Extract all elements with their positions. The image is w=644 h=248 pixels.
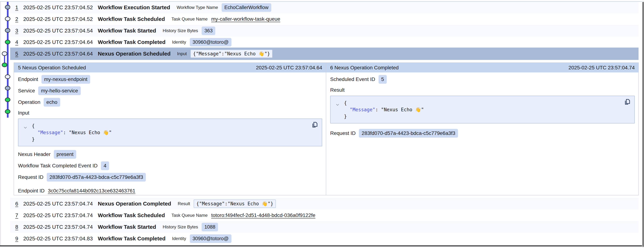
event-name: Workflow Task Started xyxy=(98,224,156,230)
collapse-caret-icon[interactable] xyxy=(24,124,27,130)
event-row-9[interactable]: 9 2025-02-25 UTC 23:57:04.83 Workflow Ta… xyxy=(10,233,638,244)
field-value-badge: my-hello-service xyxy=(38,86,81,95)
event-row-2[interactable]: 2 2025-02-25 UTC 23:57:04.52 Workflow Ta… xyxy=(10,13,638,25)
event-id-link[interactable]: 5 xyxy=(15,51,22,57)
field-label: Request ID xyxy=(18,174,44,180)
json-line: "Message": "Nexus Echo 👋" xyxy=(18,129,322,136)
field-endpoint-id: Endpoint ID 3c0c75ccfa8144b092c13ce63246… xyxy=(14,185,326,197)
event-id-link[interactable]: 3 xyxy=(15,28,22,34)
timeline-event-dot xyxy=(5,5,10,9)
json-value: "Nexus Echo 👋" xyxy=(69,130,112,135)
event-row-6[interactable]: 6 2025-02-25 UTC 23:57:04.74 Nexus Opera… xyxy=(10,198,638,210)
event-id-link[interactable]: 7 xyxy=(15,213,22,219)
panel-body: Scheduled Event ID 5 Result { "Message":… xyxy=(326,72,638,139)
field-request-id: Request ID 283fd070-d57a-4423-bdca-c5c77… xyxy=(326,127,638,139)
task-queue-link[interactable]: totoro:f494fecf-2d51-4d48-bdcd-036a0f912… xyxy=(211,213,316,218)
endpoint-id-link[interactable]: 3c0c75ccfa8144b092c13ce632463761 xyxy=(48,188,135,194)
event-row-8[interactable]: 8 2025-02-25 UTC 23:57:04.74 Workflow Ta… xyxy=(10,221,638,233)
event-time: 2025-02-25 UTC 23:57:04.64 xyxy=(23,51,96,57)
event-time: 2025-02-25 UTC 23:57:04.54 xyxy=(23,28,96,34)
field-scheduled-event-id: Scheduled Event ID 5 xyxy=(326,73,638,85)
event-name: Workflow Task Scheduled xyxy=(98,212,165,219)
panel-timestamp: 2025-02-25 UTC 23:57:04.74 xyxy=(568,65,635,71)
event-row-1[interactable]: 1 2025-02-25 UTC 23:57:04.52 Workflow Ex… xyxy=(10,2,638,13)
field-label: Endpoint ID xyxy=(18,188,44,194)
field-input-label: Input xyxy=(14,108,326,118)
event-time: 2025-02-25 UTC 23:57:04.74 xyxy=(23,224,96,230)
timeline-event-dot xyxy=(2,63,7,67)
field-endpoint: Endpoint my-nexus-endpoint xyxy=(14,73,326,85)
field-label: Result xyxy=(330,87,344,93)
field-label: Workflow Task Completed Event ID xyxy=(18,163,98,169)
field-value-badge: 283fd070-d57a-4423-bdca-c5c779e6a3f3 xyxy=(359,129,458,138)
event-id-link[interactable]: 2 xyxy=(15,16,22,22)
event-attr-label: Identity xyxy=(172,236,186,241)
event-name: Workflow Task Started xyxy=(98,27,156,34)
event-row-5-selected[interactable]: 5 2025-02-25 UTC 23:57:04.64 Nexus Opera… xyxy=(10,47,638,60)
scrollbar-thumb[interactable] xyxy=(642,2,644,247)
copy-icon[interactable] xyxy=(624,99,630,106)
event-id-link[interactable]: 8 xyxy=(15,224,22,230)
event-time: 2025-02-25 UTC 23:57:04.74 xyxy=(23,213,96,219)
event-time: 2025-02-25 UTC 23:57:04.74 xyxy=(23,201,96,207)
event-id-link[interactable]: 4 xyxy=(15,39,22,45)
event-name: Workflow Task Scheduled xyxy=(98,16,165,22)
json-line: { xyxy=(330,100,634,106)
json-line: { xyxy=(18,123,322,129)
panel-title: 5 Nexus Operation Scheduled xyxy=(18,65,86,71)
json-line: } xyxy=(18,136,322,143)
field-value-badge: 4 xyxy=(101,161,109,170)
input-json-viewer: { "Message": "Nexus Echo 👋" } xyxy=(18,119,322,146)
event-attr-value-badge: EchoCallerWorkflow xyxy=(222,3,271,12)
timeline-event-dot xyxy=(5,28,10,33)
event-attr-value-badge: 30960@totoro@ xyxy=(190,38,232,46)
timeline-event-dot xyxy=(5,109,10,114)
collapse-caret-icon[interactable] xyxy=(336,101,339,107)
copy-icon[interactable] xyxy=(312,121,318,129)
event-attr-label: History Size Bytes xyxy=(163,28,198,33)
field-wtc-event-id: Workflow Task Completed Event ID 4 xyxy=(14,160,326,171)
panel-title: 6 Nexus Operation Completed xyxy=(330,65,399,71)
panel-timestamp: 2025-02-25 UTC 23:57:04.64 xyxy=(256,65,322,71)
field-operation: Operation echo xyxy=(14,96,326,108)
event-attr-label: Workflow Type Name xyxy=(177,5,218,10)
panel-header: 5 Nexus Operation Scheduled 2025-02-25 U… xyxy=(14,63,326,72)
event-attr-value-badge: 363 xyxy=(202,26,215,35)
timeline-event-dot xyxy=(5,74,10,79)
timeline-event-dot xyxy=(5,16,10,21)
event-attr-value-json: {"Message":"Nexus Echo 👋"} xyxy=(194,200,276,208)
timeline-event-dot xyxy=(2,51,7,56)
event-id-link[interactable]: 6 xyxy=(15,201,22,207)
field-value-badge: my-nexus-endpoint xyxy=(42,75,90,84)
field-label: Input xyxy=(18,110,29,116)
event-row-7[interactable]: 7 2025-02-25 UTC 23:57:04.74 Workflow Ta… xyxy=(10,210,638,221)
event-name: Workflow Task Completed xyxy=(98,236,166,242)
json-value: "Nexus Echo 👋" xyxy=(381,107,424,112)
event-attr-label: Task Queue Name xyxy=(172,16,208,22)
json-key: "Message" xyxy=(350,107,375,112)
field-value-badge: present xyxy=(54,150,76,159)
timeline-event-dot xyxy=(5,86,10,90)
field-label: Nexus Header xyxy=(18,151,50,157)
nexus-operation-scheduled-panel: 5 Nexus Operation Scheduled 2025-02-25 U… xyxy=(14,63,326,195)
field-label: Request ID xyxy=(330,130,356,136)
nexus-operation-completed-panel: 6 Nexus Operation Completed 2025-02-25 U… xyxy=(326,63,638,195)
event-attr-value-json: {"Message":"Nexus Echo 👋"} xyxy=(190,49,272,58)
task-queue-link[interactable]: my-caller-workflow-task-queue xyxy=(211,16,280,22)
event-id-link[interactable]: 1 xyxy=(15,4,22,10)
event-row-4[interactable]: 4 2025-02-25 UTC 23:57:04.64 Workflow Ta… xyxy=(10,36,638,48)
field-request-id: Request ID 283fd070-d57a-4423-bdca-c5c77… xyxy=(14,171,326,183)
field-nexus-header: Nexus Header present xyxy=(14,149,326,160)
timeline-event-dot xyxy=(5,97,10,102)
event-row-3[interactable]: 3 2025-02-25 UTC 23:57:04.54 Workflow Ta… xyxy=(10,25,638,36)
event-attr-label: Result xyxy=(178,201,190,206)
field-label: Operation xyxy=(18,99,40,105)
event-time: 2025-02-25 UTC 23:57:04.83 xyxy=(23,236,96,242)
event-time: 2025-02-25 UTC 23:57:04.52 xyxy=(23,16,96,22)
event-id-link[interactable]: 9 xyxy=(15,236,22,242)
event-attr-label: Task Queue Name xyxy=(172,213,208,218)
field-result-label: Result xyxy=(326,85,638,95)
event-name: Nexus Operation Completed xyxy=(98,201,171,207)
event-attr-label: History Size Bytes xyxy=(163,224,198,230)
event-attr-label: Input xyxy=(177,51,187,56)
